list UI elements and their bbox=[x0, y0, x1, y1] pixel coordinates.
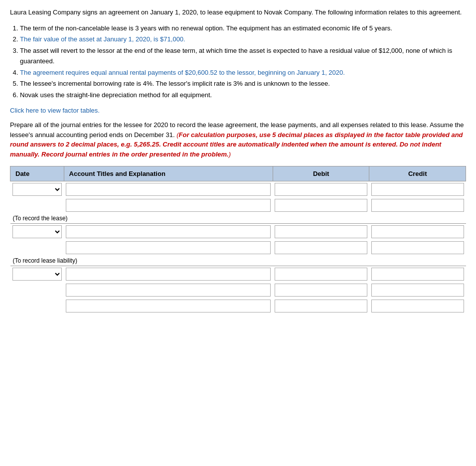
table-row bbox=[10, 240, 466, 256]
debit-input-g3r2[interactable] bbox=[275, 284, 367, 297]
header-account: Account Titles and Explanation bbox=[64, 166, 273, 181]
account-cell-g3r2 bbox=[64, 282, 273, 298]
intro-paragraph: Laura Leasing Company signs an agreement… bbox=[10, 7, 466, 17]
date-select-g1r1[interactable] bbox=[12, 183, 62, 196]
credit-cell-g3r3 bbox=[369, 298, 466, 314]
table-row bbox=[10, 266, 466, 283]
instructions-close-paren: ) bbox=[229, 151, 231, 158]
date-cell-g1r2 bbox=[10, 197, 64, 213]
date-cell-g2r1 bbox=[10, 224, 64, 240]
account-input-g2r2[interactable] bbox=[66, 241, 271, 254]
group1-note-text: (To record the lease) bbox=[10, 213, 466, 223]
credit-cell-g2r2 bbox=[369, 240, 466, 256]
debit-cell-g3r3 bbox=[273, 298, 369, 314]
credit-cell-g3r1 bbox=[369, 266, 466, 283]
debit-input-g3r3[interactable] bbox=[275, 300, 367, 312]
debit-cell-g2r1 bbox=[273, 224, 369, 240]
date-cell-g3r3 bbox=[10, 298, 64, 314]
instructions-block: Prepare all of the journal entries for t… bbox=[10, 120, 466, 159]
numbered-list: The term of the non-cancelable lease is … bbox=[20, 23, 466, 101]
date-select-g3r1[interactable] bbox=[12, 268, 62, 281]
header-date: Date bbox=[10, 166, 64, 181]
table-row bbox=[10, 197, 466, 213]
account-cell-g1r1 bbox=[64, 181, 273, 198]
debit-input-g1r2[interactable] bbox=[275, 199, 367, 212]
credit-input-g3r2[interactable] bbox=[371, 284, 464, 297]
table-header-row: Date Account Titles and Explanation Debi… bbox=[10, 166, 466, 181]
list-item-3: The asset will revert to the lessor at t… bbox=[20, 46, 466, 67]
date-cell-g3r1 bbox=[10, 266, 64, 283]
header-credit: Credit bbox=[369, 166, 466, 181]
list-item-4: The agreement requires equal annual rent… bbox=[20, 68, 466, 78]
group1-note-row: (To record the lease) bbox=[10, 213, 466, 223]
group2-note-text: (To record lease liability) bbox=[10, 256, 466, 266]
credit-cell-g1r2 bbox=[369, 197, 466, 213]
date-select-g2r1[interactable] bbox=[12, 225, 62, 238]
group2-note-row: (To record lease liability) bbox=[10, 256, 466, 266]
date-cell-g2r2 bbox=[10, 240, 64, 256]
table-row bbox=[10, 224, 466, 240]
debit-cell-g3r2 bbox=[273, 282, 369, 298]
debit-input-g1r1[interactable] bbox=[275, 183, 367, 196]
account-cell-g2r1 bbox=[64, 224, 273, 240]
credit-input-g3r1[interactable] bbox=[371, 268, 464, 281]
journal-table: Date Account Titles and Explanation Debi… bbox=[10, 166, 466, 314]
account-cell-g3r3 bbox=[64, 298, 273, 314]
table-row bbox=[10, 181, 466, 198]
intro-text: Laura Leasing Company signs an agreement… bbox=[10, 8, 462, 16]
credit-input-g2r2[interactable] bbox=[371, 241, 464, 254]
credit-cell-g2r1 bbox=[369, 224, 466, 240]
debit-input-g2r1[interactable] bbox=[275, 225, 367, 238]
account-cell-g1r2 bbox=[64, 197, 273, 213]
credit-input-g3r3[interactable] bbox=[371, 300, 464, 312]
list-item-2: The fair value of the asset at January 1… bbox=[20, 34, 466, 45]
debit-input-g3r1[interactable] bbox=[275, 268, 367, 281]
account-input-g3r3[interactable] bbox=[66, 300, 271, 312]
debit-input-g2r2[interactable] bbox=[275, 241, 367, 254]
account-input-g1r2[interactable] bbox=[66, 199, 271, 212]
credit-cell-g3r2 bbox=[369, 282, 466, 298]
table-row bbox=[10, 298, 466, 314]
account-input-g2r1[interactable] bbox=[66, 225, 271, 238]
list-item-5: The lessee's incremental borrowing rate … bbox=[20, 79, 466, 89]
list-item-6: Novak uses the straight-line depreciatio… bbox=[20, 90, 466, 101]
credit-cell-g1r1 bbox=[369, 181, 466, 198]
date-cell-g1r1 bbox=[10, 181, 64, 198]
account-input-g3r1[interactable] bbox=[66, 268, 271, 281]
credit-input-g1r1[interactable] bbox=[371, 183, 464, 196]
factor-tables-link[interactable]: Click here to view factor tables. bbox=[10, 107, 466, 114]
date-cell-g3r2 bbox=[10, 282, 64, 298]
debit-cell-g3r1 bbox=[273, 266, 369, 283]
account-input-g1r1[interactable] bbox=[66, 183, 271, 196]
header-debit: Debit bbox=[273, 166, 369, 181]
credit-input-g1r2[interactable] bbox=[371, 199, 464, 212]
credit-input-g2r1[interactable] bbox=[371, 225, 464, 238]
account-input-g3r2[interactable] bbox=[66, 284, 271, 297]
account-cell-g2r2 bbox=[64, 240, 273, 256]
account-cell-g3r1 bbox=[64, 266, 273, 283]
debit-cell-g1r2 bbox=[273, 197, 369, 213]
debit-cell-g2r2 bbox=[273, 240, 369, 256]
table-row bbox=[10, 282, 466, 298]
debit-cell-g1r1 bbox=[273, 181, 369, 198]
list-item-1: The term of the non-cancelable lease is … bbox=[20, 23, 466, 34]
